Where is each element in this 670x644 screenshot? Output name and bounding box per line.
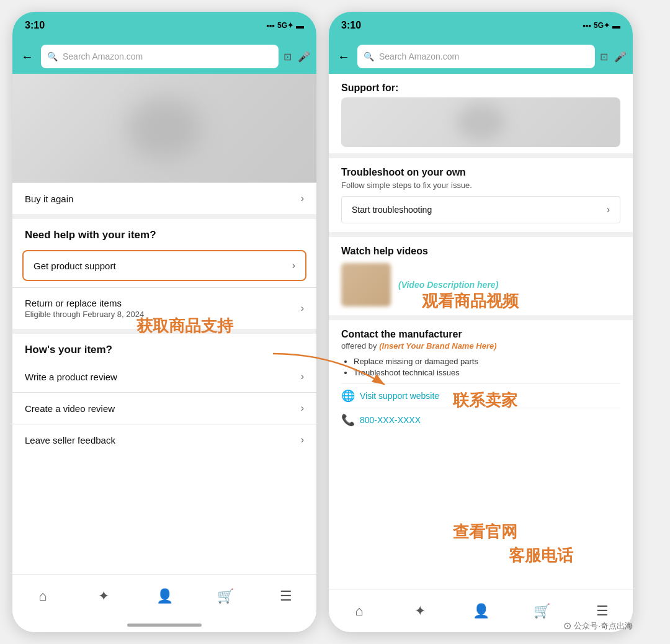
right-thick-divider-1 (329, 153, 633, 158)
buy-again-chevron: › (301, 193, 304, 204)
left-status-time: 3:10 (25, 20, 45, 31)
write-review-chevron: › (301, 371, 304, 382)
contact-bullet-list: Replace missing or damaged parts Trouble… (341, 357, 620, 377)
right-product-blob (456, 104, 506, 141)
right-sparkle-icon: ✦ (414, 603, 426, 619)
main-container: 3:10 ▪▪▪ 5G✦ ▬ ← 🔍 Search Amazon.com ⊡ 🎤 (0, 0, 670, 644)
left-search-input-box[interactable]: 🔍 Search Amazon.com (41, 45, 279, 68)
right-network-label: 5G✦ (594, 21, 610, 30)
left-person-icon: 👤 (156, 588, 173, 604)
left-search-bar: ← 🔍 Search Amazon.com ⊡ 🎤 (12, 39, 316, 74)
contact-bullet-2: Troubleshoot technical issues (354, 368, 620, 377)
buy-again-row[interactable]: Buy it again › (12, 183, 316, 214)
left-nav-home[interactable]: ⌂ (12, 586, 73, 607)
right-nav-person[interactable]: 👤 (450, 601, 511, 622)
create-video-row[interactable]: Create a video review › (12, 393, 316, 424)
right-status-icons: ▪▪▪ 5G✦ ▬ (583, 21, 620, 30)
right-thick-divider-2 (329, 232, 633, 237)
right-status-bar: 3:10 ▪▪▪ 5G✦ ▬ (329, 12, 633, 39)
right-search-extra-icons: ⊡ 🎤 (600, 51, 627, 63)
contact-manufacturer-section: Contact the manufacturer offered by (Ins… (329, 320, 633, 441)
left-content: Buy it again › Need help with your item?… (12, 74, 316, 574)
start-troubleshooting-button[interactable]: Start troubleshooting › (341, 196, 620, 223)
left-search-text: Search Amazon.com (63, 51, 272, 61)
contact-offered: offered by (Insert Your Brand Name Here) (341, 341, 620, 351)
seller-feedback-chevron: › (301, 434, 304, 445)
create-video-chevron: › (301, 403, 304, 414)
write-review-row[interactable]: Write a product review › (12, 361, 316, 392)
get-product-support-chevron: › (292, 260, 295, 271)
right-nav-home[interactable]: ⌂ (329, 601, 390, 622)
left-home-icon: ⌂ (38, 588, 47, 604)
left-search-icon: 🔍 (47, 51, 58, 61)
phone-icon: 📞 (341, 413, 355, 427)
video-description: (Video Description here) (398, 280, 498, 290)
return-replace-chevron: › (301, 303, 304, 314)
left-home-indicator (12, 617, 316, 632)
watch-videos-title: Watch help videos (341, 246, 620, 257)
left-status-icons: ▪▪▪ 5G✦ ▬ (266, 21, 304, 30)
get-product-support-label: Get product support (34, 261, 116, 271)
left-thick-divider-2 (12, 329, 316, 334)
right-menu-icon: ☰ (596, 603, 609, 619)
battery-icon: ▬ (296, 21, 304, 30)
phone-row[interactable]: 📞 800-XXX-XXXX (341, 408, 620, 432)
right-cart-icon: 🛒 (534, 603, 550, 619)
start-troubleshoot-chevron: › (607, 204, 610, 215)
right-nav-cart[interactable]: 🛒 (511, 601, 572, 622)
video-thumbnail[interactable] (341, 263, 391, 306)
write-review-label: Write a product review (25, 372, 117, 382)
seller-feedback-row[interactable]: Leave seller feedback › (12, 424, 316, 455)
right-nav-sparkle[interactable]: ✦ (390, 601, 450, 622)
create-video-label: Create a video review (25, 403, 115, 414)
left-product-image (12, 74, 316, 182)
support-for-label: Support for: (329, 74, 633, 97)
right-content: Support for: Troubleshoot on your own Fo… (329, 74, 633, 589)
right-status-time: 3:10 (341, 20, 361, 31)
left-nav-cart[interactable]: 🛒 (195, 586, 256, 607)
phone-number: 800-XXX-XXXX (360, 415, 421, 425)
left-camera-icon[interactable]: ⊡ (284, 51, 292, 63)
right-nav-menu[interactable]: ☰ (572, 601, 633, 622)
right-camera-icon[interactable]: ⊡ (600, 51, 608, 63)
troubleshoot-section: Troubleshoot on your own Follow simple s… (329, 158, 633, 232)
buy-again-label: Buy it again (25, 194, 73, 204)
left-nav-person[interactable]: 👤 (134, 586, 195, 607)
left-bottom-nav: ⌂ ✦ 👤 🛒 ☰ (12, 574, 316, 617)
brand-name: (Insert Your Brand Name Here) (379, 341, 496, 351)
right-home-icon: ⌂ (355, 603, 363, 619)
right-search-input-box[interactable]: 🔍 Search Amazon.com (357, 45, 595, 68)
right-product-image-wrapper (329, 97, 633, 153)
right-signal-icon: ▪▪▪ (583, 21, 591, 30)
seller-feedback-label: Leave seller feedback (25, 435, 115, 445)
hows-item-heading: How's your item? (12, 334, 316, 361)
left-back-button[interactable]: ← (19, 47, 36, 66)
offered-by-label: offered by (341, 341, 377, 351)
right-person-icon: 👤 (473, 603, 489, 619)
left-mic-icon[interactable]: 🎤 (298, 51, 310, 63)
troubleshoot-title: Troubleshoot on your own (341, 167, 620, 178)
right-battery-icon: ▬ (612, 21, 620, 30)
contact-bullet-1: Replace missing or damaged parts (354, 357, 620, 366)
right-back-button[interactable]: ← (335, 47, 352, 66)
right-search-icon: 🔍 (364, 51, 374, 61)
left-sparkle-icon: ✦ (98, 588, 109, 604)
left-search-extra-icons: ⊡ 🎤 (284, 51, 310, 63)
visit-support-row[interactable]: 🌐 Visit support website (341, 383, 620, 408)
left-menu-icon: ☰ (280, 588, 292, 604)
right-mic-icon[interactable]: 🎤 (614, 51, 627, 63)
globe-icon: 🌐 (341, 389, 355, 403)
left-thick-divider-1 (12, 214, 316, 219)
get-product-support-button[interactable]: Get product support › (22, 250, 306, 281)
return-replace-text: Return or replace items Eligible through… (25, 298, 144, 319)
right-thick-divider-3 (329, 315, 633, 320)
right-product-image (341, 97, 620, 147)
start-troubleshooting-label: Start troubleshooting (352, 205, 432, 215)
left-nav-menu[interactable]: ☰ (256, 586, 316, 607)
left-phone: 3:10 ▪▪▪ 5G✦ ▬ ← 🔍 Search Amazon.com ⊡ 🎤 (12, 12, 316, 632)
right-bottom-nav: ⌂ ✦ 👤 🛒 ☰ (329, 589, 633, 632)
right-phone: 3:10 ▪▪▪ 5G✦ ▬ ← 🔍 Search Amazon.com ⊡ 🎤… (329, 12, 633, 632)
right-search-bar: ← 🔍 Search Amazon.com ⊡ 🎤 (329, 39, 633, 74)
return-replace-row[interactable]: Return or replace items Eligible through… (12, 288, 316, 329)
left-nav-sparkle[interactable]: ✦ (73, 586, 134, 607)
